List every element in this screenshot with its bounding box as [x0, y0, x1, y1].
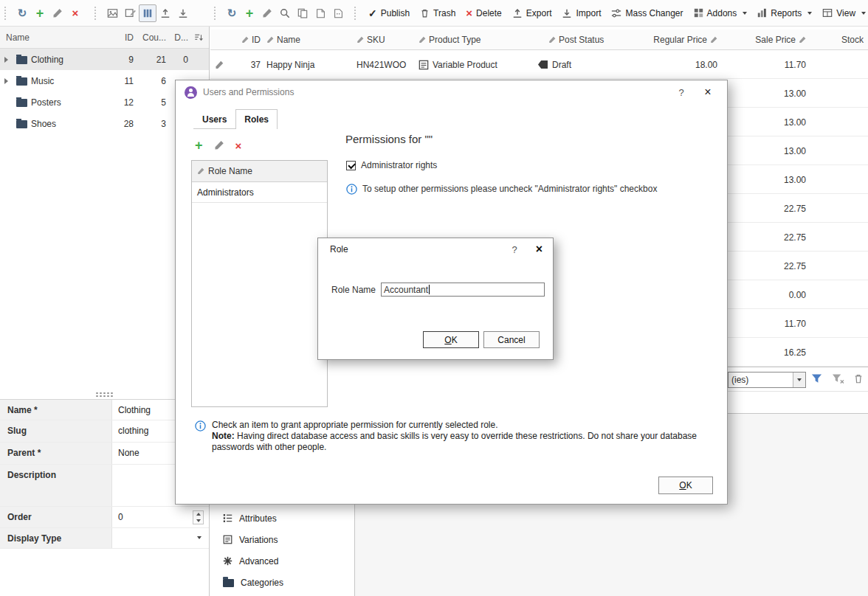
refresh-products-button[interactable]: ↻ — [223, 4, 241, 22]
delete-button[interactable]: ×Delete — [461, 4, 506, 23]
category-count: 21 — [134, 55, 166, 65]
reports-menu-button[interactable]: Reports — [752, 4, 817, 23]
trash-button[interactable]: Trash — [415, 4, 461, 23]
column-header-sku[interactable]: SKU — [356, 30, 385, 50]
ok-button[interactable]: OK — [423, 331, 479, 348]
duplicate-button[interactable] — [329, 4, 347, 22]
help-button[interactable]: ? — [671, 87, 692, 98]
mass-changer-label: Mass Changer — [625, 8, 683, 18]
role-name-input[interactable]: Accountant — [381, 283, 545, 297]
combo-dropdown-button[interactable] — [793, 372, 805, 387]
column-label: Role Name — [208, 166, 252, 176]
add-product-button[interactable]: + — [241, 4, 258, 22]
order-spinner[interactable] — [193, 510, 204, 524]
column-label: Stock — [841, 35, 864, 45]
apply-filter-button[interactable] — [810, 373, 823, 384]
plus-icon: + — [246, 7, 254, 20]
column-header-id[interactable]: ID — [234, 30, 261, 50]
dropdown-arrow-icon[interactable] — [197, 536, 202, 539]
display-type-field-label: Display Type — [0, 528, 112, 548]
column-header-id[interactable]: ID — [108, 32, 134, 43]
add-category-button[interactable]: + — [31, 4, 49, 22]
row-edit-icon[interactable] — [215, 50, 224, 79]
tab-users[interactable]: Users — [193, 109, 235, 128]
view-menu-button[interactable]: View — [817, 4, 868, 23]
administrator-rights-checkbox[interactable] — [346, 161, 356, 170]
category-filter-combo[interactable]: (ies) — [728, 372, 806, 388]
pencil-icon — [356, 36, 364, 44]
roles-grid-header[interactable]: Role Name — [192, 161, 327, 182]
spinner-up-icon[interactable] — [193, 511, 203, 518]
refresh-categories-button[interactable]: ↻ — [13, 4, 31, 22]
column-header-post-status[interactable]: Post Status — [548, 30, 604, 50]
publish-button[interactable]: ✓Publish — [363, 4, 415, 23]
copy-button[interactable] — [294, 4, 311, 22]
column-header-product-type[interactable]: Product Type — [418, 30, 481, 50]
expander-icon[interactable] — [4, 57, 13, 63]
search-button[interactable] — [276, 4, 294, 22]
edit-product-button[interactable] — [258, 4, 276, 22]
column-header-sale-price[interactable]: Sale Price — [755, 30, 806, 50]
display-type-field[interactable] — [112, 528, 209, 548]
column-header-stock[interactable]: Stock — [841, 30, 864, 50]
edit-role-button[interactable] — [214, 140, 224, 150]
sale-price: 22.75 — [784, 252, 806, 280]
export-categories-button[interactable] — [156, 4, 174, 22]
expander-icon[interactable] — [4, 78, 13, 84]
column-header-name[interactable]: Name — [266, 30, 300, 50]
close-button[interactable]: × — [525, 243, 542, 255]
product-row[interactable]: 37 Happy Ninja HN421WOO Variable Product… — [210, 50, 868, 79]
column-header-count[interactable]: Cou... — [134, 32, 166, 43]
splitter-grip-icon — [95, 392, 114, 397]
category-count: 3 — [134, 119, 166, 129]
add-role-button[interactable]: + — [195, 139, 203, 152]
column-header-name[interactable]: Name — [0, 32, 108, 43]
post-status-label: Draft — [552, 60, 571, 70]
tree-row-clothing[interactable]: Clothing 9 21 0 — [0, 49, 209, 70]
delete-filter-button[interactable] — [853, 373, 864, 384]
dialog-titlebar[interactable]: Role ? × — [318, 238, 553, 260]
toolbar-grip — [214, 7, 218, 20]
variable-product-icon — [418, 60, 429, 70]
delete-role-button[interactable]: × — [235, 140, 242, 151]
addons-menu-button[interactable]: Addons — [689, 4, 753, 23]
tab-variations[interactable]: Variations — [210, 529, 354, 550]
tab-attributes[interactable]: Attributes — [210, 507, 354, 529]
sale-price: 11.70 — [785, 50, 806, 79]
import-label: Import — [576, 8, 601, 18]
help-button[interactable]: ? — [504, 244, 525, 255]
import-categories-button[interactable] — [174, 4, 192, 22]
column-header-regular-price[interactable]: Regular Price — [653, 30, 717, 50]
role-row-administrators[interactable]: Administrators — [192, 182, 327, 203]
ok-button[interactable]: OK — [658, 477, 713, 494]
administrator-rights-row[interactable]: Administrator rights — [346, 160, 437, 170]
refresh-icon: ↻ — [227, 7, 237, 18]
tab-roles[interactable]: Roles — [235, 109, 278, 129]
sale-price: 13.00 — [784, 136, 806, 165]
dialog-titlebar[interactable]: Users and Permissions ? × — [176, 80, 727, 104]
close-button[interactable]: × — [698, 86, 718, 98]
column-label: Product Type — [429, 35, 481, 45]
columns-layout-button[interactable] — [139, 4, 156, 22]
tab-advanced[interactable]: Advanced — [210, 550, 354, 572]
export-button[interactable]: Export — [507, 4, 557, 23]
tab-categories[interactable]: Categories — [210, 572, 354, 593]
cancel-button[interactable]: Cancel — [483, 331, 540, 348]
sort-icon[interactable] — [188, 33, 209, 42]
paste-button[interactable] — [311, 4, 329, 22]
edit-category-button[interactable] — [49, 4, 66, 22]
footer-info-line1: Check an item to grant appropriate permi… — [212, 420, 723, 431]
delete-category-button[interactable]: × — [66, 4, 84, 22]
image-button[interactable] — [103, 4, 121, 22]
import-button[interactable]: Import — [557, 4, 606, 23]
clear-filter-button[interactable] — [832, 373, 844, 384]
edit-image-button[interactable] — [121, 4, 139, 22]
column-header-d[interactable]: D... — [166, 32, 188, 43]
mass-changer-button[interactable]: Mass Changer — [606, 4, 688, 23]
pencil-icon — [418, 36, 426, 44]
spinner-down-icon[interactable] — [193, 518, 203, 524]
info-icon — [195, 420, 206, 432]
tab-label: Variations — [239, 535, 278, 545]
paste-icon — [316, 8, 326, 18]
variations-icon — [223, 535, 232, 544]
